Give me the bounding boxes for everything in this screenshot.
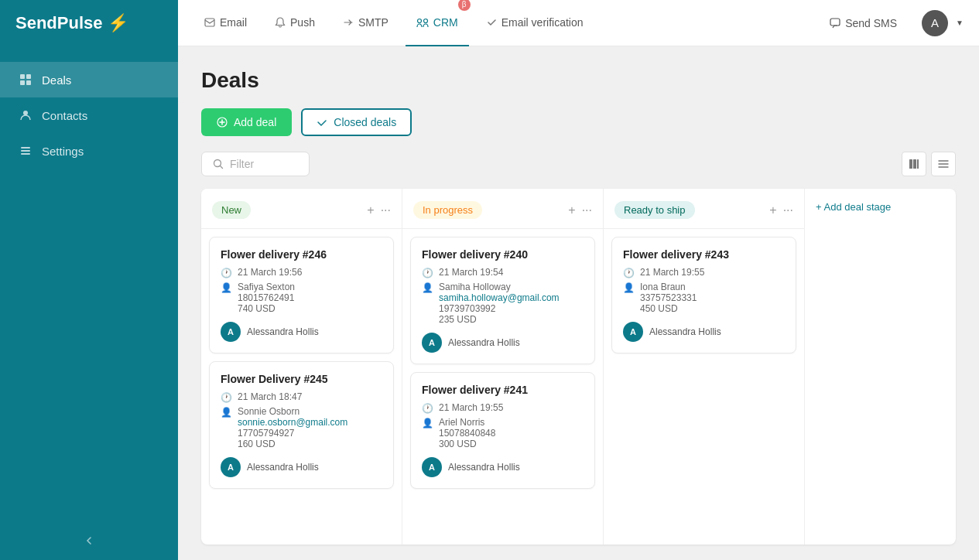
deal-card[interactable]: Flower delivery #243 🕐 21 March 19:55 👤 …: [611, 237, 796, 353]
clock-icon: 🕐: [221, 392, 232, 403]
add-card-button-in-progress[interactable]: +: [568, 203, 575, 217]
svg-rect-7: [21, 153, 30, 155]
svg-point-10: [423, 19, 427, 22]
clock-icon: 🕐: [422, 403, 433, 414]
kanban-board: New + ··· Flower delivery #246 🕐 21 Marc…: [201, 189, 956, 545]
topnav-crm[interactable]: CRM β: [406, 0, 469, 46]
deal-card[interactable]: Flower Delivery #245 🕐 21 March 18:47 👤 …: [209, 361, 394, 489]
crm-icon: [416, 17, 429, 28]
add-deal-button[interactable]: Add deal: [201, 108, 292, 136]
assignee-name: Alessandra Hollis: [448, 337, 520, 348]
svg-rect-3: [26, 80, 31, 85]
assignee-avatar: A: [422, 457, 442, 477]
deal-contact-row: 👤 Samiha Holloway samiha.holloway@gmail.…: [422, 282, 584, 325]
deal-meta: 🕐 21 March 19:54 👤 Samiha Holloway samih…: [422, 267, 584, 325]
toolbar: Add deal Closed deals: [201, 108, 956, 136]
sidebar-item-deals[interactable]: Deals: [0, 62, 178, 97]
deal-card[interactable]: Flower delivery #241 🕐 21 March 19:55 👤 …: [410, 372, 595, 489]
kanban-header-ready: Ready to ship + ···: [604, 189, 804, 229]
closed-deals-button[interactable]: Closed deals: [301, 108, 412, 136]
view-toggles: [902, 152, 956, 176]
list-view-button[interactable]: [931, 152, 956, 176]
topnav-push[interactable]: Push: [264, 0, 326, 46]
sidebar-item-contacts[interactable]: Contacts: [0, 97, 178, 133]
filter-input[interactable]: Filter: [201, 152, 310, 176]
contact-icon: 👤: [422, 282, 433, 293]
sidebar-item-label: Contacts: [42, 109, 87, 122]
deal-date-row: 🕐 21 March 19:56: [221, 267, 382, 278]
kanban-header-in-progress: In progress + ···: [402, 189, 603, 229]
contact-icon: 👤: [422, 418, 433, 429]
deal-date-row: 🕐 21 March 18:47: [221, 391, 382, 403]
contacts-icon: [19, 108, 33, 122]
topnav-email-verification[interactable]: Email verification: [475, 0, 594, 46]
deal-title: Flower delivery #246: [221, 248, 382, 261]
check-icon: [317, 117, 327, 128]
clock-icon: 🕐: [422, 268, 433, 278]
add-icon: [217, 117, 228, 128]
kanban-column-new: New + ··· Flower delivery #246 🕐 21 Marc…: [201, 189, 402, 545]
kanban-column-in-progress: In progress + ··· Flower delivery #240 🕐: [402, 189, 604, 545]
svg-point-9: [417, 19, 421, 22]
svg-rect-15: [913, 159, 916, 169]
assignee-avatar: A: [422, 333, 442, 353]
deal-contact-row: 👤 Iona Braun 33757523331 450 USD: [623, 282, 785, 314]
deal-meta: 🕐 21 March 18:47 👤 Sonnie Osborn sonnie.…: [221, 391, 382, 449]
deal-card[interactable]: Flower delivery #240 🕐 21 March 19:54 👤 …: [410, 237, 595, 364]
clock-icon: 🕐: [623, 268, 635, 278]
contact-icon: 👤: [221, 407, 232, 418]
sidebar-collapse-button[interactable]: [0, 521, 178, 560]
deal-date-row: 🕐 21 March 19:54: [422, 267, 584, 278]
email-verification-icon: [486, 17, 497, 28]
svg-rect-14: [909, 159, 912, 169]
page-title: Deals: [201, 68, 956, 93]
deal-date-row: 🕐 21 March 19:55: [623, 267, 785, 278]
main-content: Deals Add deal Closed deals: [178, 46, 979, 560]
contact-icon: 👤: [623, 282, 635, 293]
kanban-in-progress-actions: + ···: [568, 203, 592, 217]
deal-meta: 🕐 21 March 19:55 👤 Iona Braun 3375752333…: [623, 267, 785, 314]
more-options-ready[interactable]: ···: [783, 203, 793, 217]
topnav-email[interactable]: Email: [193, 0, 258, 46]
smtp-icon: [343, 17, 354, 28]
assignee-name: Alessandra Hollis: [649, 326, 721, 337]
search-icon: [213, 159, 224, 169]
topnav-smtp[interactable]: SMTP: [332, 0, 399, 46]
assignee-name: Alessandra Hollis: [247, 462, 319, 473]
kanban-cards-ready: Flower delivery #243 🕐 21 March 19:55 👤 …: [604, 229, 804, 545]
more-options-in-progress[interactable]: ···: [582, 203, 592, 217]
kanban-new-actions: + ···: [367, 203, 391, 217]
deal-footer: A Alessandra Hollis: [221, 322, 382, 342]
svg-rect-11: [830, 19, 840, 26]
sidebar: SendPulse ⚡ Deals Contacts: [0, 0, 178, 560]
crm-beta-badge: β: [458, 0, 471, 11]
send-sms-button[interactable]: Send SMS: [820, 12, 906, 34]
kanban-view-button[interactable]: [902, 152, 926, 176]
deal-title: Flower delivery #243: [623, 248, 785, 261]
sidebar-nav: Deals Contacts Settings: [0, 62, 178, 169]
email-icon: [204, 17, 215, 28]
deal-title: Flower delivery #241: [422, 384, 584, 396]
assignee-avatar: A: [221, 457, 241, 477]
deal-meta: 🕐 21 March 19:55 👤 Ariel Norris 15078840…: [422, 402, 584, 449]
deals-icon: [19, 73, 33, 87]
stage-badge-ready: Ready to ship: [614, 201, 695, 219]
more-options-new[interactable]: ···: [381, 203, 391, 217]
user-avatar[interactable]: A: [922, 10, 948, 36]
sidebar-item-label: Deals: [42, 73, 71, 87]
deal-card[interactable]: Flower delivery #246 🕐 21 March 19:56 👤 …: [209, 237, 394, 353]
sidebar-item-settings[interactable]: Settings: [0, 133, 178, 169]
deal-footer: A Alessandra Hollis: [422, 333, 584, 353]
add-card-button-ready[interactable]: +: [769, 203, 776, 217]
deal-contact-row: 👤 Safiya Sexton 18015762491 740 USD: [221, 282, 382, 314]
topnav: Email Push SMTP CRM β: [178, 0, 979, 46]
avatar-chevron: ▼: [956, 19, 964, 27]
deal-footer: A Alessandra Hollis: [422, 457, 584, 477]
add-deal-stage-button[interactable]: + Add deal stage: [805, 189, 944, 545]
kanban-cards-new: Flower delivery #246 🕐 21 March 19:56 👤 …: [201, 229, 402, 545]
logo-icon: SendPulse ⚡: [15, 13, 128, 33]
push-icon: [275, 17, 286, 28]
deal-meta: 🕐 21 March 19:56 👤 Safiya Sexton 1801576…: [221, 267, 382, 314]
deal-contact-row: 👤 Ariel Norris 15078840848 300 USD: [422, 417, 584, 449]
add-card-button-new[interactable]: +: [367, 203, 374, 217]
